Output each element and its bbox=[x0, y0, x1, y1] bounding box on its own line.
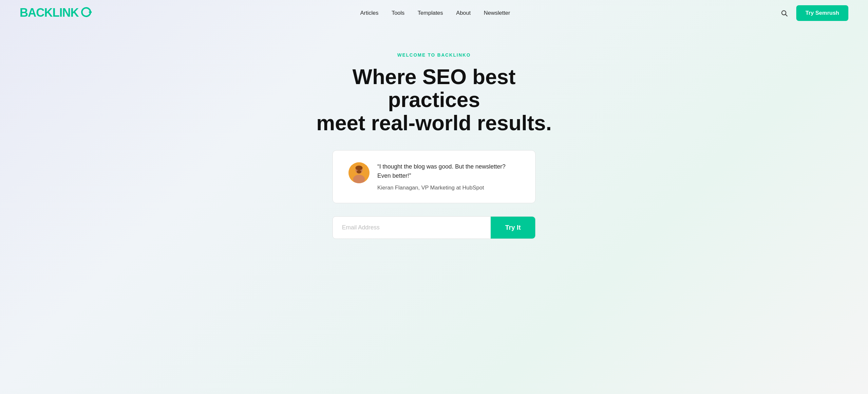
welcome-label: WELCOME TO BACKLINKO bbox=[397, 52, 471, 58]
logo-text: BACKLINK bbox=[20, 5, 92, 22]
search-icon bbox=[780, 9, 788, 17]
nav-link-newsletter[interactable]: Newsletter bbox=[484, 10, 510, 17]
svg-text:BACKLINK: BACKLINK bbox=[20, 6, 79, 19]
nav-link-templates[interactable]: Templates bbox=[417, 10, 443, 17]
logo[interactable]: BACKLINK bbox=[20, 5, 92, 22]
svg-point-10 bbox=[357, 170, 361, 173]
try-semrush-button[interactable]: Try Semrush bbox=[796, 5, 848, 21]
site-header: BACKLINK Articles Tools Templates About … bbox=[0, 0, 868, 26]
cta-form: Try It bbox=[333, 216, 535, 239]
testimonial-quote: “I thought the blog was good. But the ne… bbox=[377, 162, 520, 180]
nav-right: Try Semrush bbox=[779, 5, 848, 21]
email-input[interactable] bbox=[333, 217, 491, 238]
svg-line-4 bbox=[785, 14, 787, 16]
hero-headline: Where SEO best practices meet real-world… bbox=[306, 65, 562, 134]
testimonial-card: “I thought the blog was good. But the ne… bbox=[333, 150, 535, 203]
search-button[interactable] bbox=[779, 7, 790, 19]
main-content: WELCOME TO BACKLINKO Where SEO best prac… bbox=[0, 26, 868, 272]
testimonial-content: “I thought the blog was good. But the ne… bbox=[377, 162, 520, 191]
testimonial-attribution: Kieran Flanagan, VP Marketing at HubSpot bbox=[377, 185, 520, 191]
hero-headline-line1: Where SEO best practices bbox=[352, 65, 516, 111]
nav-link-tools[interactable]: Tools bbox=[392, 10, 405, 17]
nav-link-articles[interactable]: Articles bbox=[360, 10, 379, 17]
try-it-button[interactable]: Try It bbox=[491, 217, 535, 238]
svg-point-9 bbox=[355, 166, 363, 170]
hero-headline-line2: meet real-world results. bbox=[316, 111, 552, 135]
avatar bbox=[348, 162, 370, 183]
main-nav: Articles Tools Templates About Newslette… bbox=[360, 10, 510, 17]
nav-link-about[interactable]: About bbox=[456, 10, 471, 17]
